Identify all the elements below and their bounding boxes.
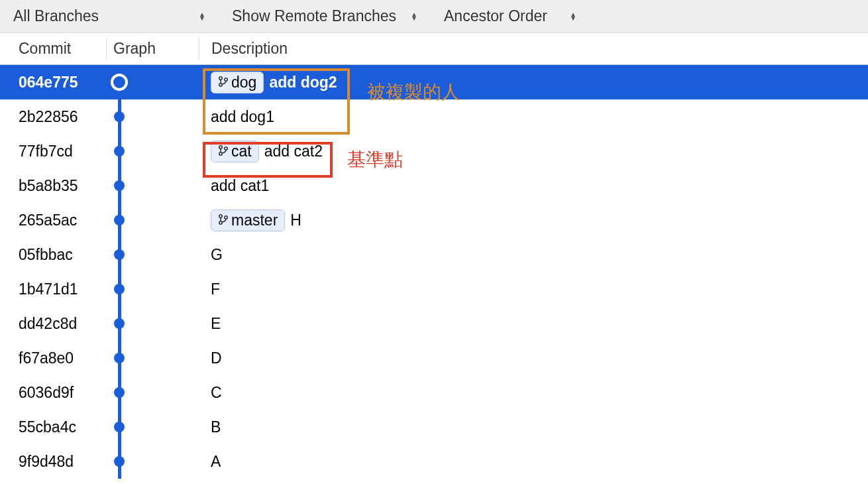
commit-message: add cat1	[211, 177, 269, 195]
graph-cell	[106, 456, 199, 467]
graph-cell	[106, 111, 199, 122]
commit-message: add dog1	[211, 108, 274, 126]
commit-row[interactable]: 265a5acmasterH	[0, 203, 868, 237]
description-cell: add cat1	[199, 177, 868, 195]
graph-node	[114, 353, 125, 363]
order-filter-dropdown[interactable]: Ancestor Order	[444, 7, 590, 25]
description-cell: F	[199, 280, 868, 298]
branch-name: dog	[231, 74, 256, 91]
svg-point-0	[219, 76, 222, 79]
commit-hash: f67a8e0	[0, 349, 106, 367]
svg-point-5	[225, 147, 227, 149]
commit-hash: 6036d9f	[0, 384, 106, 402]
branch-name: cat	[231, 143, 252, 160]
commit-message: B	[211, 418, 221, 436]
commit-message: F	[211, 280, 220, 298]
commit-row[interactable]: 9f9d48dA	[0, 444, 868, 479]
chevron-updown-icon	[411, 13, 417, 21]
commit-hash: 77fb7cd	[0, 143, 106, 160]
svg-point-1	[219, 83, 222, 86]
graph-node	[114, 284, 125, 294]
header-description[interactable]: Description	[199, 38, 868, 60]
graph-cell	[106, 180, 199, 191]
commit-list: 064e775dogadd dog22b22856add dog177fb7cd…	[0, 65, 868, 479]
graph-node	[114, 422, 125, 432]
svg-point-6	[219, 214, 222, 217]
order-filter-label: Ancestor Order	[444, 7, 547, 25]
description-cell: G	[199, 246, 868, 264]
commit-message: A	[211, 453, 221, 471]
description-cell: E	[199, 315, 868, 333]
description-cell: masterH	[199, 210, 868, 231]
graph-cell	[106, 353, 199, 363]
commit-hash: b5a8b35	[0, 177, 106, 195]
commit-row[interactable]: b5a8b35add cat1	[0, 168, 868, 203]
description-cell: add dog1	[199, 108, 868, 126]
commit-message: E	[211, 315, 221, 333]
commit-hash: 1b471d1	[0, 280, 106, 298]
commit-row[interactable]: 55cba4cB	[0, 410, 868, 444]
commit-row[interactable]: f67a8e0D	[0, 341, 868, 375]
description-cell: B	[199, 418, 868, 436]
svg-point-7	[219, 221, 222, 223]
branch-filter-label: All Branches	[13, 7, 99, 25]
commit-hash: 064e775	[0, 74, 106, 91]
commit-hash: 55cba4c	[0, 418, 106, 436]
commit-hash: 265a5ac	[0, 212, 106, 229]
graph-node	[114, 180, 125, 191]
commit-message: add cat2	[264, 143, 323, 160]
graph-node	[114, 111, 125, 122]
commit-hash: 9f9d48d	[0, 453, 106, 471]
graph-node-head	[111, 74, 128, 91]
chevron-updown-icon	[199, 13, 205, 21]
commit-row[interactable]: 064e775dogadd dog2	[0, 65, 868, 99]
branch-filter-dropdown[interactable]: All Branches	[13, 7, 219, 25]
commit-hash: 05fbbac	[0, 246, 106, 264]
description-cell: D	[199, 349, 868, 367]
graph-cell	[106, 146, 199, 156]
commit-row[interactable]: 77fb7cdcatadd cat2	[0, 134, 868, 168]
description-cell: C	[199, 384, 868, 402]
branch-name: master	[231, 212, 278, 229]
graph-node	[114, 215, 125, 225]
commit-message: H	[290, 212, 301, 229]
branch-tag[interactable]: dog	[211, 72, 264, 93]
description-cell: A	[199, 453, 868, 471]
commit-message: G	[211, 246, 223, 264]
branch-tag[interactable]: master	[211, 210, 285, 231]
commit-hash: 2b22856	[0, 108, 106, 126]
commit-row[interactable]: 2b22856add dog1	[0, 99, 868, 134]
graph-node	[114, 146, 125, 156]
branch-tag[interactable]: cat	[211, 141, 259, 162]
remote-filter-dropdown[interactable]: Show Remote Branches	[232, 7, 431, 25]
commit-row[interactable]: 05fbbacG	[0, 237, 868, 272]
graph-cell	[106, 284, 199, 294]
toolbar: All Branches Show Remote Branches Ancest…	[0, 0, 868, 33]
branch-icon	[218, 74, 229, 91]
svg-point-4	[219, 152, 222, 154]
commit-message: add dog2	[269, 74, 337, 91]
graph-node	[114, 249, 125, 260]
graph-cell	[106, 74, 199, 91]
header-commit[interactable]: Commit	[0, 40, 106, 58]
branch-icon	[218, 143, 229, 160]
commit-row[interactable]: 1b471d1F	[0, 272, 868, 306]
commit-hash: dd42c8d	[0, 315, 106, 333]
description-cell: catadd cat2	[199, 141, 868, 162]
remote-filter-label: Show Remote Branches	[232, 7, 396, 25]
graph-cell	[106, 249, 199, 260]
graph-cell	[106, 215, 199, 225]
svg-point-2	[225, 78, 227, 80]
commit-message: C	[211, 384, 222, 402]
graph-cell	[106, 387, 199, 398]
branch-icon	[218, 212, 229, 229]
graph-cell	[106, 318, 199, 329]
header-graph[interactable]: Graph	[106, 38, 199, 60]
svg-point-3	[219, 145, 222, 148]
graph-cell	[106, 422, 199, 432]
graph-node	[114, 387, 125, 398]
commit-row[interactable]: dd42c8dE	[0, 306, 868, 341]
commit-row[interactable]: 6036d9fC	[0, 375, 868, 410]
graph-node	[114, 456, 125, 467]
chevron-updown-icon	[570, 13, 576, 21]
